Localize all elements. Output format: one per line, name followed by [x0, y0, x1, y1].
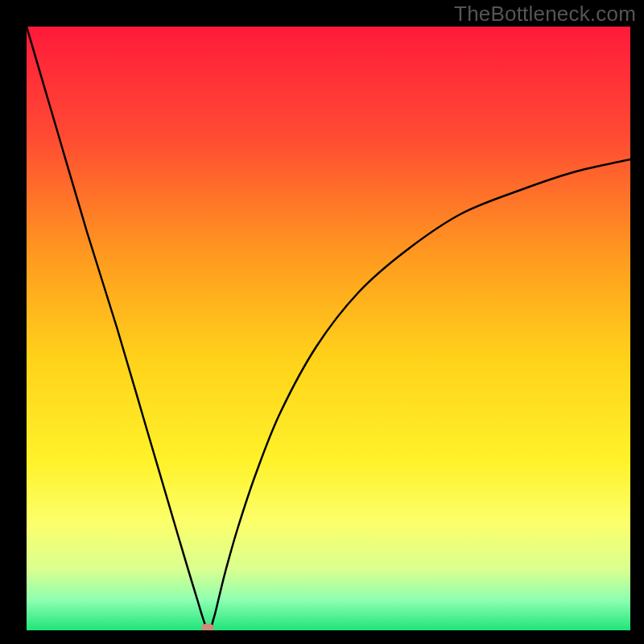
watermark-text: TheBottleneck.com: [454, 2, 636, 27]
bottleneck-chart: [27, 27, 630, 630]
chart-frame: TheBottleneck.com: [0, 0, 644, 644]
